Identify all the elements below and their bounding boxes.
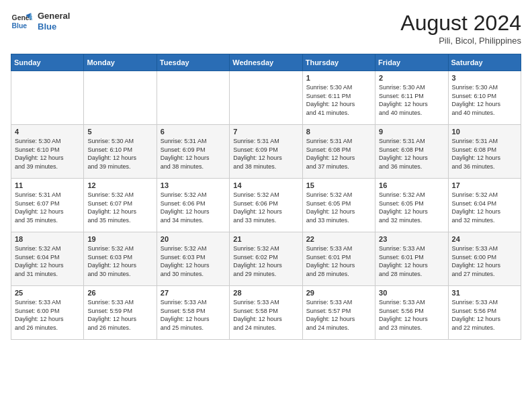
day-info: Sunrise: 5:31 AM Sunset: 6:07 PM Dayligh… xyxy=(15,191,80,224)
day-number: 29 xyxy=(306,289,371,297)
day-number: 11 xyxy=(15,181,80,189)
day-info: Sunrise: 5:31 AM Sunset: 6:08 PM Dayligh… xyxy=(379,137,444,171)
calendar-cell xyxy=(11,71,84,125)
day-number: 4 xyxy=(15,128,80,136)
day-info: Sunrise: 5:31 AM Sunset: 6:08 PM Dayligh… xyxy=(306,137,371,171)
location-subtitle: Pili, Bicol, Philippines xyxy=(400,36,521,46)
day-number: 19 xyxy=(87,235,152,243)
day-number: 28 xyxy=(233,289,298,297)
day-info: Sunrise: 5:30 AM Sunset: 6:10 PM Dayligh… xyxy=(452,83,517,117)
calendar-table: SundayMondayTuesdayWednesdayThursdayFrid… xyxy=(11,54,521,340)
day-number: 30 xyxy=(379,289,444,297)
day-number: 14 xyxy=(233,181,298,189)
day-info: Sunrise: 5:32 AM Sunset: 6:03 PM Dayligh… xyxy=(161,244,226,278)
calendar-cell: 15Sunrise: 5:32 AM Sunset: 6:05 PM Dayli… xyxy=(302,179,375,232)
calendar-cell: 24Sunrise: 5:33 AM Sunset: 6:00 PM Dayli… xyxy=(448,232,521,286)
day-number: 7 xyxy=(233,128,298,136)
day-number: 15 xyxy=(306,181,371,189)
day-number: 25 xyxy=(15,289,80,297)
calendar-cell: 9Sunrise: 5:31 AM Sunset: 6:08 PM Daylig… xyxy=(375,125,448,179)
day-number: 27 xyxy=(161,289,226,297)
calendar-cell: 8Sunrise: 5:31 AM Sunset: 6:08 PM Daylig… xyxy=(302,125,375,179)
day-number: 17 xyxy=(452,181,517,189)
day-number: 21 xyxy=(233,235,298,243)
day-info: Sunrise: 5:32 AM Sunset: 6:05 PM Dayligh… xyxy=(306,191,371,224)
day-header-monday: Monday xyxy=(84,54,157,71)
day-info: Sunrise: 5:32 AM Sunset: 6:07 PM Dayligh… xyxy=(87,191,152,224)
calendar-week-3: 11Sunrise: 5:31 AM Sunset: 6:07 PM Dayli… xyxy=(11,179,521,232)
calendar-cell: 16Sunrise: 5:32 AM Sunset: 6:05 PM Dayli… xyxy=(375,179,448,232)
day-info: Sunrise: 5:30 AM Sunset: 6:11 PM Dayligh… xyxy=(306,83,371,117)
day-number: 13 xyxy=(161,181,226,189)
logo-text-blue: Blue xyxy=(38,21,70,32)
day-number: 23 xyxy=(379,235,444,243)
day-info: Sunrise: 5:33 AM Sunset: 5:58 PM Dayligh… xyxy=(233,298,298,332)
day-number: 12 xyxy=(87,181,152,189)
day-header-thursday: Thursday xyxy=(302,54,375,71)
calendar-cell: 20Sunrise: 5:32 AM Sunset: 6:03 PM Dayli… xyxy=(157,232,229,286)
day-header-friday: Friday xyxy=(375,54,448,71)
calendar-cell: 25Sunrise: 5:33 AM Sunset: 6:00 PM Dayli… xyxy=(11,286,84,340)
day-info: Sunrise: 5:32 AM Sunset: 6:04 PM Dayligh… xyxy=(15,244,80,278)
calendar-cell: 22Sunrise: 5:33 AM Sunset: 6:01 PM Dayli… xyxy=(302,232,375,286)
calendar-cell: 4Sunrise: 5:30 AM Sunset: 6:10 PM Daylig… xyxy=(11,125,84,179)
calendar-cell: 26Sunrise: 5:33 AM Sunset: 5:59 PM Dayli… xyxy=(84,286,157,340)
calendar-week-5: 25Sunrise: 5:33 AM Sunset: 6:00 PM Dayli… xyxy=(11,286,521,340)
page-header: General Blue General Blue August 2024 Pi… xyxy=(11,11,521,46)
calendar-cell: 6Sunrise: 5:31 AM Sunset: 6:09 PM Daylig… xyxy=(157,125,229,179)
day-headers-row: SundayMondayTuesdayWednesdayThursdayFrid… xyxy=(11,54,521,71)
logo-icon: General Blue xyxy=(11,11,32,32)
day-header-saturday: Saturday xyxy=(448,54,521,71)
day-number: 5 xyxy=(87,128,152,136)
day-info: Sunrise: 5:33 AM Sunset: 6:01 PM Dayligh… xyxy=(306,244,371,278)
calendar-cell: 19Sunrise: 5:32 AM Sunset: 6:03 PM Dayli… xyxy=(84,232,157,286)
calendar-cell: 18Sunrise: 5:32 AM Sunset: 6:04 PM Dayli… xyxy=(11,232,84,286)
day-info: Sunrise: 5:32 AM Sunset: 6:02 PM Dayligh… xyxy=(233,244,298,278)
day-info: Sunrise: 5:31 AM Sunset: 6:09 PM Dayligh… xyxy=(233,137,298,171)
day-number: 10 xyxy=(452,128,517,136)
calendar-week-2: 4Sunrise: 5:30 AM Sunset: 6:10 PM Daylig… xyxy=(11,125,521,179)
day-number: 24 xyxy=(452,235,517,243)
calendar-cell xyxy=(157,71,229,125)
calendar-cell: 11Sunrise: 5:31 AM Sunset: 6:07 PM Dayli… xyxy=(11,179,84,232)
day-info: Sunrise: 5:31 AM Sunset: 6:08 PM Dayligh… xyxy=(452,137,517,171)
svg-text:Blue: Blue xyxy=(12,22,28,30)
day-number: 16 xyxy=(379,181,444,189)
calendar-cell: 23Sunrise: 5:33 AM Sunset: 6:01 PM Dayli… xyxy=(375,232,448,286)
logo: General Blue General Blue xyxy=(11,11,70,32)
day-info: Sunrise: 5:33 AM Sunset: 6:00 PM Dayligh… xyxy=(15,298,80,332)
day-info: Sunrise: 5:33 AM Sunset: 5:56 PM Dayligh… xyxy=(379,298,444,332)
day-number: 9 xyxy=(379,128,444,136)
day-info: Sunrise: 5:32 AM Sunset: 6:03 PM Dayligh… xyxy=(87,244,152,278)
day-info: Sunrise: 5:30 AM Sunset: 6:11 PM Dayligh… xyxy=(379,83,444,117)
calendar-cell: 29Sunrise: 5:33 AM Sunset: 5:57 PM Dayli… xyxy=(302,286,375,340)
day-number: 20 xyxy=(161,235,226,243)
day-number: 31 xyxy=(452,289,517,297)
day-number: 8 xyxy=(306,128,371,136)
day-number: 1 xyxy=(306,74,371,82)
calendar-cell: 14Sunrise: 5:32 AM Sunset: 6:06 PM Dayli… xyxy=(230,179,302,232)
day-info: Sunrise: 5:33 AM Sunset: 5:57 PM Dayligh… xyxy=(306,298,371,332)
day-info: Sunrise: 5:32 AM Sunset: 6:06 PM Dayligh… xyxy=(161,191,226,224)
calendar-cell: 2Sunrise: 5:30 AM Sunset: 6:11 PM Daylig… xyxy=(375,71,448,125)
calendar-cell: 27Sunrise: 5:33 AM Sunset: 5:58 PM Dayli… xyxy=(157,286,229,340)
calendar-cell: 12Sunrise: 5:32 AM Sunset: 6:07 PM Dayli… xyxy=(84,179,157,232)
calendar-cell xyxy=(84,71,157,125)
calendar-cell: 13Sunrise: 5:32 AM Sunset: 6:06 PM Dayli… xyxy=(157,179,229,232)
day-number: 2 xyxy=(379,74,444,82)
day-number: 6 xyxy=(161,128,226,136)
calendar-cell: 17Sunrise: 5:32 AM Sunset: 6:04 PM Dayli… xyxy=(448,179,521,232)
day-info: Sunrise: 5:32 AM Sunset: 6:06 PM Dayligh… xyxy=(233,191,298,224)
calendar-week-4: 18Sunrise: 5:32 AM Sunset: 6:04 PM Dayli… xyxy=(11,232,521,286)
day-info: Sunrise: 5:32 AM Sunset: 6:04 PM Dayligh… xyxy=(452,191,517,224)
day-info: Sunrise: 5:33 AM Sunset: 6:01 PM Dayligh… xyxy=(379,244,444,278)
calendar-week-1: 1Sunrise: 5:30 AM Sunset: 6:11 PM Daylig… xyxy=(11,71,521,125)
title-block: August 2024 Pili, Bicol, Philippines xyxy=(400,11,521,46)
day-number: 26 xyxy=(87,289,152,297)
day-info: Sunrise: 5:30 AM Sunset: 6:10 PM Dayligh… xyxy=(87,137,152,171)
day-header-wednesday: Wednesday xyxy=(230,54,302,71)
day-info: Sunrise: 5:32 AM Sunset: 6:05 PM Dayligh… xyxy=(379,191,444,224)
calendar-cell: 31Sunrise: 5:33 AM Sunset: 5:56 PM Dayli… xyxy=(448,286,521,340)
calendar-cell: 10Sunrise: 5:31 AM Sunset: 6:08 PM Dayli… xyxy=(448,125,521,179)
day-header-tuesday: Tuesday xyxy=(157,54,229,71)
